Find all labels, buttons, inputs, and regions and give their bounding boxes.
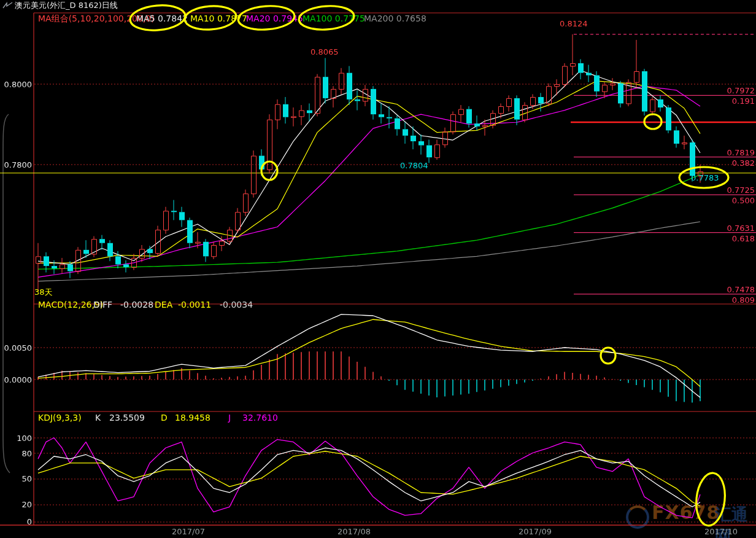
- trading-app-window: { "window": { "title": "澳元美元(外汇_D 8162)日…: [0, 0, 756, 538]
- chart-canvas[interactable]: [0, 0, 756, 538]
